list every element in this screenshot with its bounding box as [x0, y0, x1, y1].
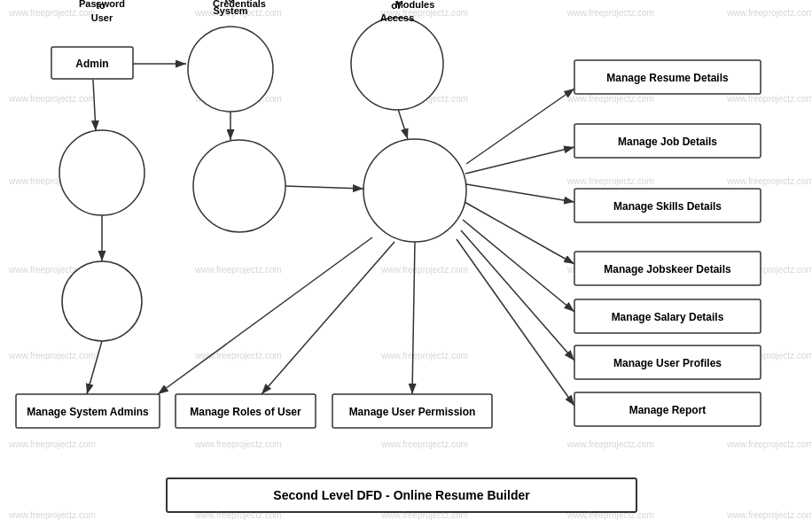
svg-point-7: [62, 261, 142, 341]
manage-jobskeer-label: Manage Jobskeer Details: [604, 263, 731, 276]
watermark: www.freeprojectz.com: [8, 439, 96, 449]
arrow-modules-resume: [466, 89, 574, 164]
watermark: www.freeprojectz.com: [8, 8, 96, 18]
arrow-modules-job: [465, 147, 574, 174]
check-cred-label: Check Credentials: [213, 0, 266, 9]
manage-report-label: Manage Report: [629, 404, 707, 416]
manage-roles-user-label: Manage Roles of User: [190, 406, 301, 418]
watermark: www.freeprojectz.com: [566, 8, 654, 18]
title-label: Second Level DFD - Online Resume Builder: [273, 488, 530, 502]
watermark: www.freeprojectz.com: [380, 265, 468, 275]
watermark: www.freeprojectz.com: [726, 176, 812, 186]
watermark: www.freeprojectz.com: [380, 510, 468, 520]
manage-report-node: Manage Report: [574, 392, 761, 426]
manage-skills-label: Manage Skills Details: [613, 200, 722, 213]
watermark: www.freeprojectz.com: [566, 176, 654, 186]
svg-point-2: [188, 27, 273, 112]
arrow-modules-salary: [463, 220, 574, 312]
watermark: www.freeprojectz.com: [8, 351, 96, 361]
manage-job-node: Manage Job Details: [574, 124, 761, 158]
watermark: www.freeprojectz.com: [566, 94, 654, 104]
watermark: www.freeprojectz.com: [194, 510, 282, 520]
manage-user-profiles-node: Manage User Profiles: [574, 345, 761, 379]
manage-skills-node: Manage Skills Details: [574, 189, 761, 222]
arrow-modules-userprofiles: [461, 230, 574, 361]
manage-user-perm-label: Manage User Permission: [349, 406, 476, 418]
manage-jobskeer-node: Manage Jobskeer Details: [574, 252, 761, 285]
watermark: www.freeprojectz.com: [726, 510, 812, 520]
admin-label: Admin: [75, 58, 108, 70]
arrow-modules-sysadmins: [158, 237, 372, 394]
svg-point-6: [363, 139, 466, 242]
manage-system-admins-label: Manage System Admins: [27, 406, 149, 418]
manage-user-profiles-label: Manage User Profiles: [613, 357, 722, 369]
diagram-container: www.freeprojectz.com www.freeprojectz.co…: [0, 0, 812, 520]
watermark: www.freeprojectz.com: [194, 351, 282, 361]
manage-system-admins-node: Manage System Admins: [16, 394, 160, 428]
watermark: www.freeprojectz.com: [194, 265, 282, 275]
manage-resume-label: Manage Resume Details: [606, 72, 729, 84]
svg-point-3: [351, 18, 443, 110]
svg-point-5: [193, 140, 285, 232]
watermark: www.freeprojectz.com: [380, 351, 468, 361]
watermark: www.freeprojectz.com: [380, 439, 468, 449]
svg-point-4: [59, 130, 144, 215]
forgot-pwd-node: Forgot Password: [59, 0, 144, 215]
arrow-admin-forgotpwd: [93, 80, 96, 131]
manage-salary-label: Manage Salary Details: [612, 311, 724, 323]
title-box: Second Level DFD - Online Resume Builder: [167, 478, 636, 512]
watermark: www.freeprojectz.com: [8, 94, 96, 104]
arrow-modules-report: [457, 239, 574, 406]
manage-roles-user-node: Manage Roles of User: [176, 394, 316, 428]
manage-salary-node: Manage Salary Details: [574, 299, 761, 333]
manage-user-perm-node: Manage User Permission: [332, 394, 492, 428]
watermark: www.freeprojectz.com: [566, 510, 654, 520]
watermark: www.freeprojectz.com: [566, 439, 654, 449]
arrow-modules-skills: [466, 184, 574, 202]
watermark: www.freeprojectz.com: [726, 94, 812, 104]
arrow-sendemail-admins: [87, 341, 102, 394]
watermark: www.freeprojectz.com: [726, 8, 812, 18]
manage-resume-node: Manage Resume Details: [574, 60, 761, 94]
manage-modules-label: Manage Modules: [395, 0, 435, 10]
arrow-modules-jobskeer: [465, 202, 574, 264]
watermark: www.freeprojectz.com: [8, 510, 96, 520]
watermark: www.freeprojectz.com: [194, 439, 282, 449]
admin-node: Admin: [51, 47, 133, 79]
arrow-checkcred-managemodules: [285, 186, 363, 189]
watermark: www.freeprojectz.com: [726, 439, 812, 449]
manage-job-label: Manage Job Details: [618, 136, 717, 148]
arrow-checkroles-managemodules: [397, 106, 408, 139]
